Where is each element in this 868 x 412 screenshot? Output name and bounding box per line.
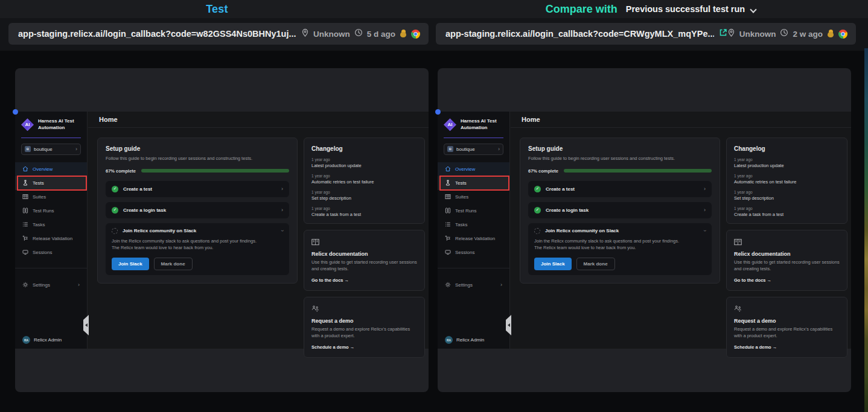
setup-guide-card: Setup guide Follow this guide to begin r… <box>520 138 720 284</box>
changelog-card: Changelog 1 year ago Latest production u… <box>726 138 847 224</box>
changelog-entry: 1 year ago Automatic retries on test fai… <box>734 174 840 185</box>
gear-icon <box>445 282 451 288</box>
harness-logo-icon: AI <box>444 118 456 131</box>
demo-description: Request a demo and explore Relicx's capa… <box>734 326 840 340</box>
sidebar-item-settings[interactable]: Settings › <box>15 278 87 292</box>
app-sidebar: AI Harness AI Test Automation B boutique… <box>15 112 88 349</box>
sidebar-item-test-runs[interactable]: Test Runs <box>15 204 87 218</box>
sidebar-item-tasks[interactable]: Tasks <box>15 218 87 232</box>
sidebar-item-tests[interactable]: Tests <box>15 176 87 190</box>
todo-circle-icon <box>112 228 118 234</box>
todo-circle-icon <box>534 228 540 234</box>
monitor-icon <box>22 249 28 255</box>
mark-done-button[interactable]: Mark done <box>576 258 615 270</box>
avatar: RA <box>22 336 30 344</box>
sidebar-item-overview[interactable]: Overview <box>15 162 87 176</box>
corner-marker <box>435 109 441 115</box>
sidebar-item-test-runs[interactable]: Test Runs <box>438 204 509 218</box>
setup-step-create-test[interactable]: ✓ Create a test › <box>106 181 289 197</box>
book-icon <box>311 237 319 247</box>
chevron-down-icon <box>750 6 756 12</box>
sidebar-item-tests[interactable]: Tests <box>438 176 509 190</box>
join-slack-button[interactable]: Join Slack <box>534 258 572 270</box>
flag-icon <box>445 235 451 241</box>
changelog-title: Changelog <box>734 145 840 152</box>
divider <box>444 138 503 138</box>
setup-step-join-slack[interactable]: Join Relicx community on Slack › Join th… <box>106 223 289 275</box>
chevron-right-icon: › <box>498 147 500 152</box>
app-screenshot: AI Harness AI Test Automation B boutique… <box>438 112 851 349</box>
changelog-title: Changelog <box>311 145 417 152</box>
project-name: boutique <box>34 147 53 152</box>
sidebar-item-sessions[interactable]: Sessions <box>15 246 87 259</box>
changelog-card: Changelog 1 year ago Latest production u… <box>304 138 425 224</box>
user-row[interactable]: RA Relicx Admin <box>445 336 484 344</box>
sidebar-item-release-validation[interactable]: Release Validation <box>15 232 87 246</box>
demo-title: Request a demo <box>734 318 840 324</box>
documentation-card: Relicx documentation Use this guide to g… <box>726 230 847 291</box>
sidebar-item-settings[interactable]: Settings › <box>438 278 509 292</box>
go-to-docs-link[interactable]: Go to the docs → <box>734 277 840 283</box>
setup-guide-description: Follow this guide to begin recording use… <box>528 156 712 162</box>
comparison-header: Test Compare with Previous successful te… <box>0 0 868 18</box>
user-row[interactable]: RA Relicx Admin <box>22 336 62 344</box>
mark-done-button[interactable]: Mark done <box>154 258 193 270</box>
compare-run-selector[interactable]: Previous successful test run <box>626 4 756 14</box>
desktop-wallpaper-edge <box>864 48 868 412</box>
sidebar-nav: Overview Tests Suites Test Runs Tasks <box>438 162 509 259</box>
check-icon: ✓ <box>534 186 541 192</box>
changelog-entry: 1 year ago Set step description <box>311 190 417 201</box>
left-header: Test <box>0 0 434 18</box>
home-icon <box>445 166 451 172</box>
project-selector[interactable]: B boutique › <box>21 144 81 155</box>
sidebar-item-sessions[interactable]: Sessions <box>438 246 509 259</box>
check-icon: ✓ <box>112 186 118 192</box>
step-description: Join the Relicx community slack to ask q… <box>534 238 706 252</box>
check-icon: ✓ <box>112 207 118 214</box>
chevron-down-icon: › <box>279 230 285 232</box>
join-slack-button[interactable]: Join Slack <box>112 258 149 270</box>
brand-title-line2: Automation <box>38 125 65 130</box>
divider <box>21 138 81 138</box>
app-sidebar: AI Harness AI Test Automation B boutique… <box>438 112 510 349</box>
sidebar-item-overview[interactable]: Overview <box>438 162 509 176</box>
brand-title-line1: Harness AI Test <box>38 118 74 124</box>
columns-icon <box>445 208 451 214</box>
changelog-entry: 1 year ago Latest production update <box>734 157 840 168</box>
page-title: Home <box>522 116 540 123</box>
clock-icon <box>354 28 363 39</box>
chevron-right-icon: › <box>500 282 502 288</box>
external-link-icon[interactable] <box>719 28 727 39</box>
app-topbar: Home <box>88 112 429 128</box>
sidebar-item-tasks[interactable]: Tasks <box>438 218 509 232</box>
setup-step-create-test[interactable]: ✓ Create a test › <box>528 181 712 197</box>
test-title: Test <box>206 3 228 16</box>
brand: AI Harness AI Test Automation <box>15 112 87 132</box>
setup-step-create-login-task[interactable]: ✓ Create a login task › <box>528 202 712 218</box>
sidebar-item-suites[interactable]: Suites <box>438 190 509 204</box>
chevron-right-icon: › <box>704 208 706 213</box>
sidebar-item-release-validation[interactable]: Release Validation <box>438 232 509 246</box>
project-selector[interactable]: B boutique › <box>444 144 503 155</box>
app-main: Home Setup guide Follow this guide to be… <box>88 112 429 349</box>
url-text: app-staging.relicx.ai/login_callback?cod… <box>18 29 296 39</box>
chevron-right-icon: › <box>281 186 283 192</box>
schedule-demo-link[interactable]: Schedule a demo → <box>311 344 417 350</box>
sidebar-item-suites[interactable]: Suites <box>15 190 87 204</box>
compare-screenshot-panel: AI Harness AI Test Automation B boutique… <box>438 68 851 392</box>
list-icon <box>22 221 28 227</box>
location-pin-icon <box>727 28 735 40</box>
setup-step-join-slack[interactable]: Join Relicx community on Slack › Join th… <box>528 223 712 275</box>
url-band: app-staging.relicx.ai/login_callback?cod… <box>0 18 868 51</box>
home-icon <box>22 166 28 172</box>
schedule-demo-link[interactable]: Schedule a demo → <box>734 344 840 350</box>
go-to-docs-link[interactable]: Go to the docs → <box>311 277 417 283</box>
project-badge: B <box>25 146 31 152</box>
brand-title-line2: Automation <box>461 125 487 130</box>
request-demo-card: Request a demo Request a demo and explor… <box>726 297 847 358</box>
setup-step-create-login-task[interactable]: ✓ Create a login task › <box>106 202 289 218</box>
app-topbar: Home <box>511 112 851 128</box>
progress-label: 67% complete <box>106 168 136 174</box>
chrome-browser-icon <box>838 30 847 39</box>
sidebar-nav: Overview Tests Suites Test Runs Tasks <box>15 162 87 259</box>
